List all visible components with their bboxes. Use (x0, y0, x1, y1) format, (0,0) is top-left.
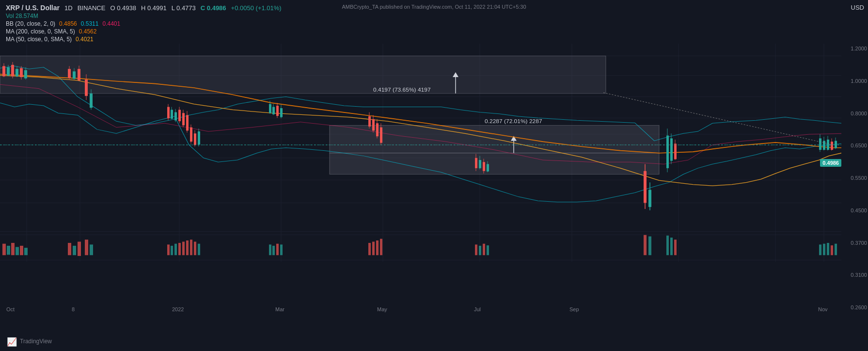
y-label-0260: 0.2600 (842, 304, 867, 310)
svg-rect-117 (16, 247, 19, 255)
svg-rect-124 (90, 244, 93, 255)
bb-line: BB (20, close, 2, 0) 0.4856 0.5311 0.440… (6, 20, 839, 27)
svg-rect-147 (648, 237, 651, 255)
ma200-val: 0.4562 (79, 28, 97, 35)
svg-rect-142 (475, 244, 477, 255)
ohlc-change: +0.0050 (+1.01%) (231, 4, 282, 12)
svg-rect-133 (198, 244, 200, 255)
y-label-0310: 0.3100 (842, 272, 867, 278)
y-axis: 1.2000 1.0000 0.8000 0.6500 0.5500 0.450… (841, 44, 868, 312)
svg-rect-129 (182, 242, 185, 255)
bb-label: BB (20, close, 2, 0) (6, 20, 55, 27)
svg-rect-139 (372, 242, 375, 255)
x-label-8: 8 (72, 306, 75, 312)
currency-label: USD (851, 4, 864, 11)
svg-text:0.4197 (73.65%) 4197: 0.4197 (73.65%) 4197 (373, 87, 431, 93)
ma50-val: 0.4021 (76, 36, 94, 43)
y-label-0650: 0.6500 (842, 143, 867, 148)
svg-rect-136 (276, 244, 279, 255)
svg-text:0.2287 (72.01%) 2287: 0.2287 (72.01%) 2287 (485, 119, 542, 124)
svg-rect-150 (674, 239, 677, 255)
y-label-0370: 0.3700 (842, 240, 867, 246)
bb-val2: 0.5311 (81, 20, 99, 27)
bb-val3: 0.4401 (102, 20, 120, 27)
svg-rect-132 (194, 242, 196, 255)
x-axis: Oct 8 2022 Mar May Jul Sep Nov (0, 324, 841, 339)
svg-rect-155 (835, 244, 837, 255)
ma50-label: MA (50, close, 0, SMA, 5) (6, 36, 72, 43)
svg-rect-123 (85, 239, 88, 255)
ma200-line: MA (200, close, 0, SMA, 5) 0.4562 (6, 28, 839, 35)
svg-rect-23 (0, 56, 606, 93)
svg-rect-121 (73, 246, 76, 255)
tv-logo-text: TradingView (20, 338, 52, 345)
svg-rect-148 (666, 236, 669, 255)
symbol-pair: XRP / U.S. Dollar (6, 4, 60, 12)
svg-rect-152 (823, 244, 825, 255)
svg-rect-126 (171, 246, 173, 255)
x-label-2022: 2022 (172, 306, 184, 312)
svg-rect-119 (24, 248, 28, 255)
vol-label: Vol 28.574M (6, 13, 38, 19)
x-label-sep: Sep (569, 306, 579, 312)
svg-rect-122 (78, 242, 81, 256)
x-label-mar: Mar (275, 306, 284, 312)
price-badge: 0.4986 (820, 159, 841, 167)
svg-rect-114 (2, 244, 6, 255)
svg-rect-130 (186, 240, 189, 255)
svg-rect-140 (376, 240, 379, 255)
x-label-jul: Jul (474, 306, 481, 312)
svg-rect-127 (174, 244, 177, 255)
header-bar: XRP / U.S. Dollar 1D BINANCE O 0.4938 H … (6, 4, 839, 43)
ma200-label: MA (200, close, 0, SMA, 5) (6, 28, 75, 35)
symbol-line: XRP / U.S. Dollar 1D BINANCE O 0.4938 H … (6, 4, 839, 12)
svg-rect-128 (178, 243, 181, 255)
tradingview-logo: 📈 TradingView (6, 335, 52, 347)
y-label-1000: 1.0000 (842, 78, 867, 84)
vol-line: Vol 28.574M (6, 13, 839, 19)
x-label-may: May (377, 306, 387, 312)
timeframe: 1D (64, 4, 73, 12)
svg-rect-141 (380, 239, 382, 255)
chart-svg: 0.4197 (73.65%) 4197 0.2287 (72.01%) 228… (0, 44, 841, 303)
svg-rect-154 (831, 245, 833, 255)
svg-rect-131 (190, 239, 192, 255)
svg-rect-145 (487, 245, 489, 255)
svg-rect-118 (20, 246, 23, 255)
svg-rect-138 (368, 243, 371, 255)
svg-rect-120 (68, 243, 71, 255)
svg-text:📈: 📈 (7, 337, 17, 347)
svg-rect-144 (483, 244, 485, 255)
chart-container: AMBCrypto_TA published on TradingView.co… (0, 0, 868, 351)
ohlc-low: L 0.4773 (172, 4, 196, 12)
ohlc-high: H 0.4991 (141, 4, 167, 12)
svg-rect-134 (269, 244, 271, 255)
svg-rect-143 (479, 246, 481, 255)
y-label-1200: 1.2000 (842, 46, 867, 51)
y-label-0450: 0.4500 (842, 207, 867, 213)
ohlc-close: C 0.4986 (201, 4, 226, 12)
svg-rect-25 (330, 153, 659, 175)
svg-rect-125 (167, 244, 170, 255)
svg-rect-116 (11, 243, 15, 255)
svg-rect-115 (7, 246, 10, 255)
y-label-0800: 0.8000 (842, 111, 867, 116)
svg-rect-151 (819, 244, 821, 255)
ohlc-open: O 0.4938 (110, 4, 136, 12)
tv-logo-icon: 📈 (6, 335, 17, 347)
ma50-line: MA (50, close, 0, SMA, 5) 0.4021 (6, 36, 839, 43)
svg-rect-153 (827, 243, 829, 255)
bb-val1: 0.4856 (59, 20, 77, 27)
svg-rect-137 (280, 244, 283, 255)
x-label-oct: Oct (6, 306, 15, 312)
exchange: BINANCE (78, 4, 106, 12)
svg-rect-135 (272, 246, 275, 255)
y-label-0550: 0.5500 (842, 175, 867, 181)
svg-rect-149 (670, 238, 673, 255)
x-label-nov: Nov (818, 306, 828, 312)
svg-rect-146 (644, 235, 647, 255)
